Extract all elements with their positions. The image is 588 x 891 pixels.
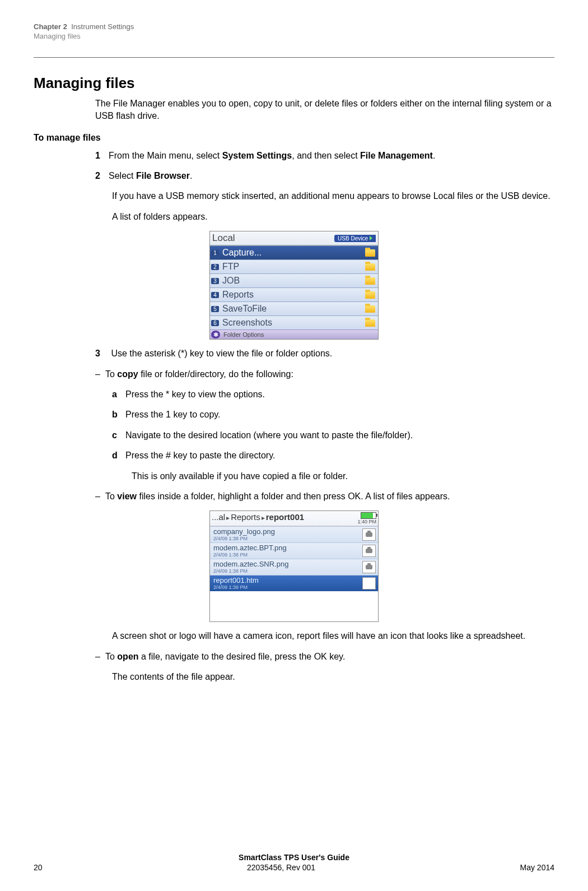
chevron-right-icon: ▸ bbox=[225, 514, 231, 522]
chapter-title: Instrument Settings bbox=[71, 22, 134, 31]
scr2-titlebar: ...al▸Reports▸report001 1:40 PM bbox=[210, 511, 378, 526]
footer-title: SmartClass TPS User's Guide bbox=[34, 853, 554, 862]
file-name: company_logo.png bbox=[213, 527, 275, 536]
row-number: 2 bbox=[211, 264, 219, 270]
step-2-detail-2: A list of folders appears. bbox=[112, 211, 554, 223]
folder-icon bbox=[365, 305, 375, 313]
camera-icon bbox=[362, 528, 376, 541]
header-section: Managing files bbox=[34, 32, 554, 40]
battery-icon bbox=[361, 512, 376, 519]
footer-date: May 2014 bbox=[520, 863, 554, 872]
open-lead: –To open a file, navigate to the desired… bbox=[95, 651, 554, 663]
file-name: modem.aztec.BPT.png bbox=[213, 544, 287, 552]
copy-step-a: aPress the * key to view the options. bbox=[112, 388, 554, 401]
file-timestamp: 2/4/09 1:38 PM bbox=[213, 552, 287, 558]
screenshot1-titlebar: Local USB Device bbox=[210, 231, 378, 245]
file-row[interactable]: modem.aztec.SNR.png 2/4/09 1:38 PM bbox=[210, 559, 378, 575]
view-lead: –To view files inside a folder, highligh… bbox=[95, 490, 554, 503]
step-1: 1From the Main menu, select System Setti… bbox=[95, 150, 554, 162]
folder-icon bbox=[365, 291, 375, 299]
spreadsheet-icon bbox=[362, 577, 376, 590]
folder-row-ftp[interactable]: 2 FTP bbox=[210, 259, 378, 273]
open-result: The contents of the file appear. bbox=[112, 671, 554, 683]
folder-row-screenshots[interactable]: 6 Screenshots bbox=[210, 315, 378, 330]
file-timestamp: 2/4/09 1:39 PM bbox=[213, 584, 259, 590]
usb-device-badge[interactable]: USB Device bbox=[334, 235, 376, 242]
camera-icon bbox=[362, 545, 376, 557]
row-number: 1 bbox=[211, 250, 219, 256]
chapter-number: Chapter 2 bbox=[34, 22, 67, 31]
folder-label: Screenshots bbox=[220, 318, 365, 328]
folder-icon bbox=[365, 277, 375, 285]
copy-note: This is only available if you have copie… bbox=[132, 470, 554, 482]
procedure-heading: To manage files bbox=[34, 133, 554, 143]
row-number: 6 bbox=[211, 320, 219, 326]
copy-step-c: cNavigate to the desired location (where… bbox=[112, 429, 554, 442]
folder-icon bbox=[365, 249, 375, 257]
scr1-location: Local bbox=[212, 233, 235, 244]
folder-icon bbox=[365, 319, 375, 327]
page-footer: SmartClass TPS User's Guide 20 22035456,… bbox=[34, 853, 554, 872]
step-2: 2Select File Browser. bbox=[95, 170, 554, 182]
clock-time: 1:40 PM bbox=[357, 519, 376, 525]
horizontal-rule bbox=[34, 57, 554, 58]
step-3: 3 Use the asterisk (*) key to view the f… bbox=[95, 347, 554, 360]
chevron-right-icon: ▸ bbox=[260, 514, 266, 522]
page-number: 20 bbox=[34, 863, 43, 872]
row-number: 5 bbox=[211, 306, 219, 312]
camera-icon bbox=[362, 561, 376, 573]
folder-label: FTP bbox=[220, 262, 365, 272]
after-scr2-note: A screen shot or logo will have a camera… bbox=[112, 630, 554, 642]
step-number: 2 bbox=[95, 170, 109, 182]
blank-area bbox=[210, 591, 378, 621]
folder-row-reports[interactable]: 4 Reports bbox=[210, 287, 378, 301]
doc-number: 22035456, Rev 001 bbox=[247, 863, 315, 872]
file-name: report001.htm bbox=[213, 576, 259, 584]
folder-options-label: Folder Options bbox=[223, 331, 264, 338]
folder-icon bbox=[365, 263, 375, 271]
folder-label: Reports bbox=[220, 290, 365, 300]
row-number: 4 bbox=[211, 292, 219, 298]
section-heading: Managing files bbox=[34, 75, 554, 92]
copy-lead: –To copy file or folder/directory, do th… bbox=[95, 368, 554, 380]
intro-paragraph: The File Manager enables you to open, co… bbox=[95, 98, 554, 123]
screenshot-folder-list: Local USB Device 1 Capture... 2 FTP 3 JO… bbox=[209, 231, 379, 340]
folder-options-footer[interactable]: ✱ Folder Options bbox=[210, 330, 378, 339]
file-row[interactable]: company_logo.png 2/4/09 1:38 PM bbox=[210, 526, 378, 542]
file-timestamp: 2/4/09 1:38 PM bbox=[213, 568, 288, 574]
folder-row-job[interactable]: 3 JOB bbox=[210, 273, 378, 287]
breadcrumb: ...al▸Reports▸report001 bbox=[212, 512, 304, 522]
folder-label: Capture... bbox=[220, 248, 365, 258]
file-timestamp: 2/4/09 1:38 PM bbox=[213, 536, 275, 541]
step-number: 3 bbox=[95, 347, 109, 360]
folder-row-capture[interactable]: 1 Capture... bbox=[210, 245, 378, 259]
copy-step-b: bPress the 1 key to copy. bbox=[112, 409, 554, 421]
copy-step-d: dPress the # key to paste the directory. bbox=[112, 449, 554, 462]
arrow-right-icon bbox=[370, 236, 372, 240]
file-row-selected[interactable]: report001.htm 2/4/09 1:39 PM bbox=[210, 575, 378, 591]
screenshot-file-list: ...al▸Reports▸report001 1:40 PM company_… bbox=[209, 511, 379, 622]
step-2-detail-1: If you have a USB memory stick inserted,… bbox=[112, 190, 554, 202]
folder-label: SaveToFile bbox=[220, 304, 365, 314]
folder-label: JOB bbox=[220, 276, 365, 286]
page-header: Chapter 2 Instrument Settings bbox=[34, 22, 554, 32]
file-row[interactable]: modem.aztec.BPT.png 2/4/09 1:38 PM bbox=[210, 542, 378, 559]
row-number: 3 bbox=[211, 278, 219, 284]
folder-row-savetofile[interactable]: 5 SaveToFile bbox=[210, 301, 378, 315]
asterisk-icon: ✱ bbox=[211, 331, 220, 338]
battery-status: 1:40 PM bbox=[357, 512, 376, 525]
file-name: modem.aztec.SNR.png bbox=[213, 560, 288, 568]
step-number: 1 bbox=[95, 150, 109, 162]
